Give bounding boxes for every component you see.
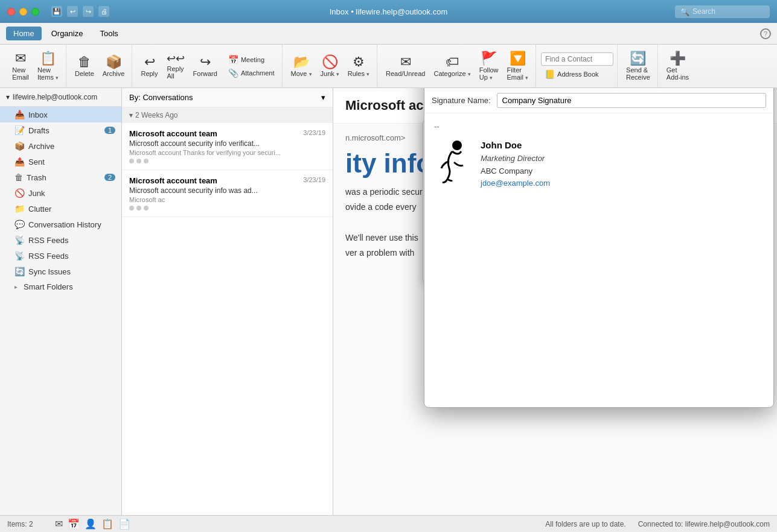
rss2-icon: 📡: [14, 251, 25, 261]
send-receive-button[interactable]: 🔄 Send &Receive: [622, 49, 654, 83]
dot: [136, 159, 141, 163]
delete-button[interactable]: 🗑 Delete: [71, 53, 98, 80]
sidebar-item-junk[interactable]: 🚫 Junk: [0, 185, 121, 201]
conversation-history-label: Conversation History: [28, 220, 101, 229]
sig-email-link[interactable]: jdoe@example.com: [481, 179, 550, 188]
sync-icon: 🔄: [14, 267, 25, 276]
new-email-button[interactable]: ✉ NewEmail: [8, 49, 33, 83]
sidebar: ▾ lifewire.help@outlook.com 📥 Inbox 📝 Dr…: [0, 88, 122, 515]
archive-button[interactable]: 📦 Archive: [99, 53, 129, 80]
sidebar-item-rss1[interactable]: 📡 RSS Feeds: [0, 232, 121, 248]
read-unread-button[interactable]: ✉ Read/Unread: [382, 53, 429, 80]
get-add-ins-label: GetAdd-ins: [667, 66, 689, 81]
attachment-label: Attachment: [241, 69, 275, 77]
categorize-icon: 🏷: [446, 55, 459, 69]
tab-tools[interactable]: Tools: [92, 27, 125, 40]
sidebar-item-conversation-history[interactable]: 💬 Conversation History: [0, 217, 121, 232]
email-item-1[interactable]: 3/23/19 Microsoft account team Microsoft…: [122, 123, 333, 170]
search-bar[interactable]: 🔍: [675, 5, 770, 18]
rules-button[interactable]: ⚙ Rules ▾: [344, 53, 373, 80]
sent-label: Sent: [28, 157, 45, 166]
sidebar-item-smart-folders[interactable]: ▸ Smart Folders: [0, 279, 121, 294]
calendar-icon[interactable]: 📅: [68, 518, 80, 530]
tasks-icon[interactable]: 📋: [101, 518, 114, 530]
search-icon: 🔍: [680, 7, 689, 16]
trash-label: Trash: [27, 173, 46, 182]
help-icon[interactable]: ?: [760, 28, 771, 39]
address-book-button[interactable]: 📒 Address Book: [541, 68, 613, 80]
print-ctrl[interactable]: 🖨: [98, 6, 109, 17]
email-sender-2: Microsoft account team: [129, 176, 325, 185]
email-item-2[interactable]: 3/23/19 Microsoft account team Microsoft…: [122, 170, 333, 217]
ribbon-group-delete: 🗑 Delete 📦 Archive: [68, 45, 132, 87]
reply-button[interactable]: ↩ Reply: [137, 53, 161, 80]
trash-icon: 🗑: [14, 173, 23, 182]
undo-ctrl[interactable]: ↩: [67, 6, 78, 17]
sync-label: Sync Issues: [28, 267, 71, 276]
delete-icon: 🗑: [78, 55, 91, 69]
close-button[interactable]: [7, 8, 15, 16]
sidebar-item-archive[interactable]: 📦 Archive: [0, 138, 121, 154]
dot: [129, 206, 134, 211]
sent-icon: 📤: [14, 157, 25, 166]
sidebar-account[interactable]: ▾ lifewire.help@outlook.com: [0, 88, 121, 107]
email-list-header: By: Conversations ▾: [122, 88, 333, 107]
junk-folder-icon: 🚫: [14, 188, 25, 198]
get-add-ins-button[interactable]: ➕ GetAdd-ins: [663, 49, 692, 83]
traffic-lights: [7, 8, 39, 16]
sort-dropdown-icon[interactable]: ▾: [321, 93, 325, 102]
tab-home[interactable]: Home: [6, 27, 42, 40]
respond-side: 📅 Meeting 📎 Attachment: [225, 54, 278, 79]
ribbon-group-new: ✉ NewEmail 📋 NewItems ▾: [5, 45, 66, 87]
sidebar-item-clutter[interactable]: 📁 Clutter: [0, 201, 121, 217]
mail-icon[interactable]: ✉: [55, 518, 63, 530]
signature-editor[interactable]: --: [424, 113, 773, 270]
junk-button[interactable]: 🚫 Junk ▾: [317, 53, 343, 80]
forward-button[interactable]: ↪ Forward: [190, 53, 221, 80]
filter-email-button[interactable]: 🔽 FilterEmail ▾: [504, 49, 532, 83]
contacts-icon[interactable]: 👤: [85, 518, 97, 530]
sidebar-item-drafts[interactable]: 📝 Drafts 1: [0, 122, 121, 138]
categorize-button[interactable]: 🏷 Categorize ▾: [430, 53, 474, 80]
junk-label: Junk ▾: [321, 70, 339, 77]
move-label: Move ▾: [291, 70, 312, 77]
ribbon-group-add-ins: ➕ GetAdd-ins: [659, 45, 696, 87]
sig-text-block: John Doe Marketing Director ABC Company …: [481, 138, 550, 190]
move-button[interactable]: 📂 Move ▾: [287, 53, 316, 80]
ribbon-group-send-receive: 🔄 Send &Receive: [619, 45, 658, 87]
attachment-icon: 📎: [228, 68, 238, 78]
rules-label: Rules ▾: [348, 70, 369, 77]
drafts-label: Drafts: [28, 126, 50, 135]
meeting-icon: 📅: [228, 55, 238, 65]
sig-name-input[interactable]: [497, 93, 766, 108]
address-book-icon: 📒: [545, 69, 555, 79]
sidebar-item-inbox[interactable]: 📥 Inbox: [0, 107, 121, 122]
sidebar-item-rss2[interactable]: 📡 RSS Feeds: [0, 248, 121, 264]
titlebar: 💾 ↩ ↪ 🖨 Inbox • lifewire.help@outlook.co…: [0, 0, 777, 23]
find-contact-input[interactable]: [541, 52, 613, 66]
sidebar-item-sent[interactable]: 📤 Sent: [0, 154, 121, 169]
email-subject-2: Microsoft account security info was ad..…: [129, 186, 325, 195]
main-layout: ▾ lifewire.help@outlook.com 📥 Inbox 📝 Dr…: [0, 88, 777, 515]
connected-text: Connected to: lifewire.help@outlook.com: [638, 520, 770, 528]
reply-all-button[interactable]: ↩↩ ReplyAll: [163, 51, 188, 82]
notes-icon[interactable]: 📄: [118, 518, 130, 530]
new-items-button[interactable]: 📋 NewItems ▾: [34, 49, 62, 83]
save-ctrl[interactable]: 💾: [51, 6, 62, 17]
forward-icon: ↪: [200, 55, 211, 69]
search-input[interactable]: [692, 7, 765, 16]
filter-email-icon: 🔽: [510, 52, 526, 65]
redo-ctrl[interactable]: ↪: [83, 6, 94, 17]
maximize-button[interactable]: [31, 8, 39, 16]
bottom-icons: ✉ 📅 👤 📋 📄: [55, 518, 130, 530]
company-signature-modal: Company Signature 💾 ↩ ↪ Signature Save ?…: [424, 88, 774, 408]
sidebar-item-sync[interactable]: 🔄 Sync Issues: [0, 264, 121, 279]
meeting-button[interactable]: 📅 Meeting: [225, 54, 278, 66]
minimize-button[interactable]: [19, 8, 27, 16]
follow-up-button[interactable]: 🚩 FollowUp ▾: [476, 49, 502, 83]
svg-point-0: [452, 141, 462, 150]
sidebar-item-trash[interactable]: 🗑 Trash 2: [0, 169, 121, 185]
attachment-button[interactable]: 📎 Attachment: [225, 67, 278, 79]
chevron-icon: ▾: [129, 111, 133, 119]
tab-organize[interactable]: Organize: [44, 27, 91, 40]
